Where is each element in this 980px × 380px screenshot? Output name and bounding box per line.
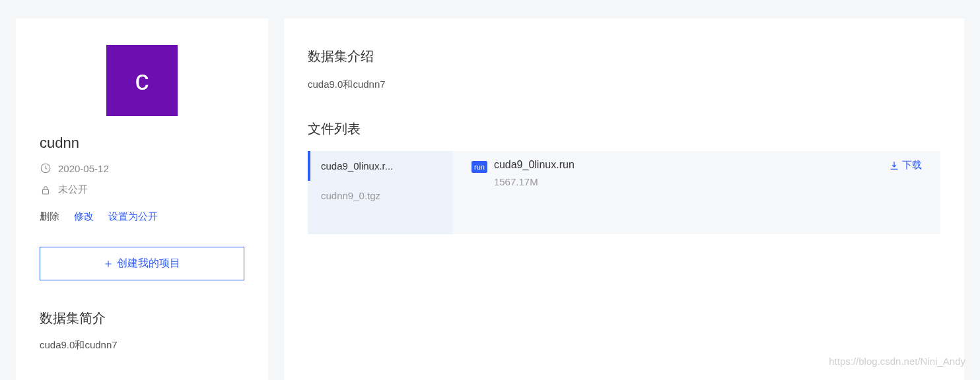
set-public-link[interactable]: 设置为公开 [108, 210, 158, 223]
edit-link[interactable]: 修改 [74, 210, 94, 223]
date-text: 2020-05-12 [58, 163, 109, 174]
file-tabs: cuda9_0linux.r... cudnn9_0.tgz [308, 151, 453, 234]
plus-icon [104, 259, 113, 269]
file-area: cuda9_0linux.r... cudnn9_0.tgz run cuda9… [308, 151, 940, 234]
action-row: 删除 修改 设置为公开 [40, 210, 244, 223]
file-tab[interactable]: cuda9_0linux.r... [308, 151, 453, 181]
create-project-button[interactable]: 创建我的项目 [40, 247, 244, 280]
file-size: 1567.17M [494, 176, 889, 187]
download-link[interactable]: 下载 [889, 159, 922, 172]
file-tab[interactable]: cudnn9_0.tgz [308, 181, 453, 210]
download-icon [889, 160, 899, 171]
visibility-text: 未公开 [58, 183, 88, 196]
delete-link[interactable]: 删除 [40, 210, 59, 223]
date-row: 2020-05-12 [40, 162, 244, 174]
sidebar: c cudnn 2020-05-12 未公开 删除 修改 设置为公开 [16, 18, 268, 380]
main-intro-heading: 数据集介绍 [308, 48, 940, 65]
avatar: c [106, 45, 178, 116]
main-content: 数据集介绍 cuda9.0和cudnn7 文件列表 cuda9_0linux.r… [284, 18, 964, 380]
file-detail: run cuda9_0linux.run 1567.17M 下载 [453, 151, 940, 234]
create-button-label: 创建我的项目 [117, 257, 180, 270]
sidebar-intro-text: cuda9.0和cudnn7 [40, 339, 244, 352]
files-heading: 文件列表 [308, 120, 940, 138]
file-type-badge: run [472, 161, 487, 173]
sidebar-intro-heading: 数据集简介 [40, 309, 244, 327]
download-label: 下载 [902, 159, 922, 172]
main-intro-text: cuda9.0和cudnn7 [308, 79, 940, 91]
file-info: cuda9_0linux.run 1567.17M [494, 159, 889, 187]
lock-icon [40, 184, 52, 196]
visibility-row: 未公开 [40, 183, 244, 196]
svg-rect-1 [43, 189, 49, 194]
dataset-title: cudnn [40, 135, 244, 152]
file-name: cuda9_0linux.run [494, 159, 889, 171]
clock-icon [40, 162, 52, 174]
